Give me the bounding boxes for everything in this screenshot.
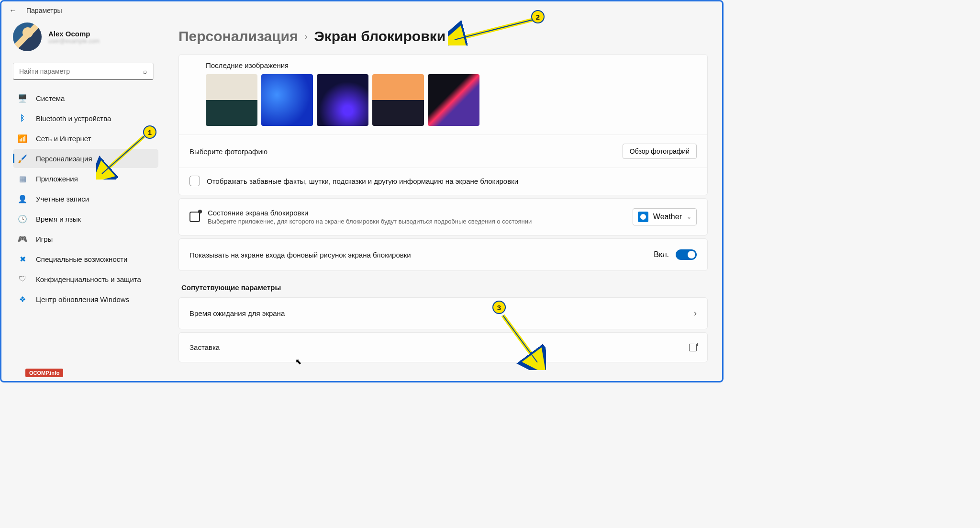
breadcrumb-current: Экран блокировки: [314, 28, 445, 45]
profile-block[interactable]: Alex Ocomp user@example.com: [13, 22, 158, 51]
signin-bg-row: Показывать на экране входа фоновый рисун…: [179, 239, 707, 270]
bluetooth-icon: ᛒ: [18, 113, 27, 123]
back-arrow-icon[interactable]: ←: [9, 6, 17, 15]
status-app-dropdown[interactable]: Weather ⌄: [633, 208, 697, 225]
toggle-state: Вкл.: [654, 250, 669, 259]
signin-bg-card: Показывать на экране входа фоновый рисун…: [178, 238, 708, 271]
lock-status-subtitle: Выберите приложение, для которого на экр…: [208, 218, 625, 225]
nav-label: Система: [36, 94, 65, 102]
update-icon: ❖: [18, 294, 27, 304]
chevron-right-icon: ›: [304, 32, 307, 42]
nav-windows-update[interactable]: ❖Центр обновления Windows: [13, 290, 158, 309]
apps-icon: ▦: [18, 174, 27, 183]
nav-bluetooth[interactable]: ᛒBluetooth и устройства: [13, 109, 158, 128]
thumbnail[interactable]: [206, 74, 257, 126]
screen-timeout-label: Время ожидания для экрана: [189, 309, 285, 317]
breadcrumb: Персонализация › Экран блокировки: [178, 28, 708, 45]
chevron-right-icon: ›: [694, 308, 697, 318]
checkbox[interactable]: [189, 176, 200, 186]
status-app-selected: Weather: [653, 213, 682, 221]
nav-accounts[interactable]: 👤Учетные записи: [13, 189, 158, 208]
toggle-switch[interactable]: [676, 249, 697, 260]
status-app-icon: [189, 212, 200, 222]
nav-label: Центр обновления Windows: [36, 295, 129, 303]
titlebar: ← Параметры: [1, 1, 722, 20]
choose-photo-label: Выберите фотографию: [189, 147, 267, 156]
nav-label: Приложения: [36, 175, 78, 183]
nav-list: 🖥️Система ᛒBluetooth и устройства 📶Сеть …: [13, 89, 158, 309]
nav-apps[interactable]: ▦Приложения: [13, 169, 158, 188]
lock-status-card: Состояние экрана блокировки Выберите при…: [178, 198, 708, 236]
avatar: [13, 22, 42, 51]
settings-window: ← Параметры Alex Ocomp user@example.com …: [0, 0, 724, 382]
recent-images-label: Последние изображения: [179, 55, 707, 74]
nav-privacy[interactable]: 🛡Конфиденциальность и защита: [13, 270, 158, 289]
nav-label: Специальные возможности: [36, 255, 128, 263]
lock-status-row[interactable]: Состояние экрана блокировки Выберите при…: [179, 199, 707, 235]
screen-timeout-card[interactable]: Время ожидания для экрана ›: [178, 297, 708, 329]
nav-label: Игры: [36, 235, 53, 243]
weather-icon: [638, 212, 648, 222]
nav-label: Персонализация: [36, 155, 92, 163]
thumbnail[interactable]: [261, 74, 313, 126]
annotation-badge-1: 1: [143, 125, 156, 139]
nav-label: Bluetooth и устройства: [36, 114, 111, 123]
thumbnail[interactable]: [372, 74, 424, 126]
lock-status-title: Состояние экрана блокировки: [208, 209, 625, 217]
signin-bg-label: Показывать на экране входа фоновый рисун…: [189, 251, 411, 259]
accessibility-icon: ✖: [18, 254, 27, 264]
search-box[interactable]: ⌕: [13, 63, 158, 80]
gamepad-icon: 🎮: [18, 234, 27, 244]
external-link-icon: [689, 344, 697, 351]
breadcrumb-parent[interactable]: Персонализация: [178, 28, 298, 45]
choose-photo-row: Выберите фотографию Обзор фотографий: [179, 135, 707, 168]
nav-system[interactable]: 🖥️Система: [13, 89, 158, 108]
nav-time-language[interactable]: 🕓Время и язык: [13, 209, 158, 228]
screensaver-card[interactable]: Заставка: [178, 332, 708, 362]
fun-facts-row[interactable]: Отображать забавные факты, шутки, подска…: [179, 168, 707, 195]
search-icon: ⌕: [143, 67, 147, 75]
thumbnail[interactable]: [317, 74, 368, 126]
browse-photos-button[interactable]: Обзор фотографий: [623, 144, 697, 159]
nav-gaming[interactable]: 🎮Игры: [13, 229, 158, 248]
recent-images-row: [179, 74, 707, 135]
fun-facts-label: Отображать забавные факты, шутки, подска…: [207, 177, 518, 185]
brush-icon: 🖌️: [18, 154, 27, 163]
nav-label: Конфиденциальность и защита: [36, 275, 141, 283]
nav-label: Сеть и Интернет: [36, 135, 91, 143]
shield-icon: 🛡: [18, 274, 27, 284]
main-content: Персонализация › Экран блокировки Послед…: [164, 20, 722, 381]
clock-icon: 🕓: [18, 214, 27, 224]
profile-email: user@example.com: [48, 38, 100, 45]
profile-name: Alex Ocomp: [48, 30, 100, 38]
nav-label: Учетные записи: [36, 195, 89, 203]
window-title: Параметры: [26, 7, 62, 14]
nav-label: Время и язык: [36, 215, 81, 223]
person-icon: 👤: [18, 194, 27, 203]
cursor-icon: ⬉: [295, 357, 301, 366]
nav-network[interactable]: 📶Сеть и Интернет: [13, 129, 158, 148]
annotation-badge-2: 2: [531, 10, 545, 23]
wifi-icon: 📶: [18, 134, 27, 143]
photo-card: Последние изображения Выберите фотографи…: [178, 54, 708, 195]
related-heading: Сопутствующие параметры: [181, 283, 708, 292]
chevron-down-icon: ⌄: [687, 213, 691, 220]
display-icon: 🖥️: [18, 93, 27, 103]
search-input[interactable]: [13, 63, 154, 80]
sidebar: Alex Ocomp user@example.com ⌕ 🖥️Система …: [1, 20, 164, 381]
screensaver-label: Заставка: [189, 343, 220, 351]
nav-personalization[interactable]: 🖌️Персонализация: [13, 149, 158, 168]
nav-accessibility[interactable]: ✖Специальные возможности: [13, 249, 158, 269]
watermark: OCOMP.info: [25, 369, 63, 377]
annotation-badge-3: 3: [492, 301, 506, 314]
thumbnail[interactable]: [428, 74, 479, 126]
